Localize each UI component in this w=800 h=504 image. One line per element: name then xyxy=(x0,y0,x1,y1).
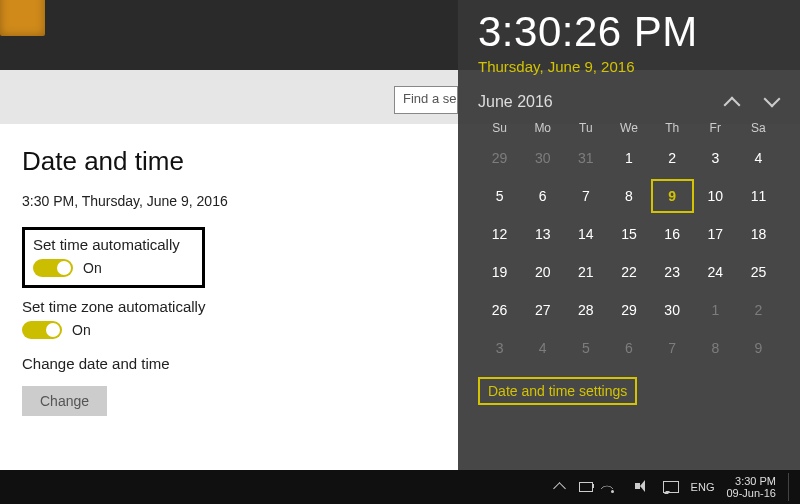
calendar-header: June 2016 xyxy=(478,93,780,111)
calendar-prev-icon[interactable] xyxy=(722,93,740,111)
clock-calendar-flyout: 3:30:26 PM Thursday, June 9, 2016 June 2… xyxy=(458,0,800,470)
auto-time-state: On xyxy=(83,260,102,276)
flyout-date: Thursday, June 9, 2016 xyxy=(478,58,780,75)
auto-tz-state: On xyxy=(72,322,91,338)
calendar-day[interactable]: 8 xyxy=(694,331,737,365)
action-center-icon[interactable] xyxy=(663,480,679,494)
calendar-grid: 2930311234567891011121314151617181920212… xyxy=(478,141,780,365)
calendar-day[interactable]: 29 xyxy=(607,293,650,327)
taskbar: ENG 3:30 PM 09-Jun-16 xyxy=(0,470,800,504)
auto-tz-toggle[interactable] xyxy=(22,321,62,339)
calendar-day[interactable]: 19 xyxy=(478,255,521,289)
calendar-day[interactable]: 27 xyxy=(521,293,564,327)
settings-panel: Date and time 3:30 PM, Thursday, June 9,… xyxy=(0,124,458,470)
calendar-day[interactable]: 13 xyxy=(521,217,564,251)
calendar-day[interactable]: 2 xyxy=(651,141,694,175)
calendar-day[interactable]: 24 xyxy=(694,255,737,289)
calendar-day[interactable]: 16 xyxy=(651,217,694,251)
calendar-day[interactable]: 18 xyxy=(737,217,780,251)
calendar-day[interactable]: 31 xyxy=(564,141,607,175)
calendar-day[interactable]: 6 xyxy=(521,179,564,213)
calendar-day[interactable]: 7 xyxy=(651,331,694,365)
calendar-day[interactable]: 30 xyxy=(521,141,564,175)
calendar-day[interactable]: 29 xyxy=(478,141,521,175)
calendar-weekday: Th xyxy=(651,121,694,135)
tray-overflow-icon[interactable] xyxy=(553,480,567,494)
taskbar-time: 3:30 PM xyxy=(726,475,776,487)
settings-heading: Date and time xyxy=(22,146,436,177)
calendar-day[interactable]: 22 xyxy=(607,255,650,289)
language-indicator[interactable]: ENG xyxy=(691,481,715,493)
show-desktop-button[interactable] xyxy=(788,473,794,501)
calendar-weekday: We xyxy=(607,121,650,135)
calendar-day[interactable]: 5 xyxy=(564,331,607,365)
calendar-weekday: Sa xyxy=(737,121,780,135)
calendar-day[interactable]: 26 xyxy=(478,293,521,327)
calendar-day[interactable]: 12 xyxy=(478,217,521,251)
calendar-day[interactable]: 17 xyxy=(694,217,737,251)
calendar-weekday: Mo xyxy=(521,121,564,135)
calendar-day[interactable]: 8 xyxy=(607,179,650,213)
calendar-day[interactable]: 4 xyxy=(737,141,780,175)
calendar-day[interactable]: 9 xyxy=(737,331,780,365)
calendar-day-today[interactable]: 9 xyxy=(651,179,694,213)
settings-search-input[interactable]: Find a se xyxy=(394,86,458,114)
calendar-day[interactable]: 6 xyxy=(607,331,650,365)
calendar-day[interactable]: 3 xyxy=(478,331,521,365)
wifi-icon[interactable] xyxy=(607,480,623,494)
calendar-day[interactable]: 10 xyxy=(694,179,737,213)
calendar-day[interactable]: 4 xyxy=(521,331,564,365)
calendar-month-label[interactable]: June 2016 xyxy=(478,93,553,111)
battery-icon[interactable] xyxy=(579,480,595,494)
calendar-day[interactable]: 30 xyxy=(651,293,694,327)
volume-icon[interactable] xyxy=(635,480,651,494)
calendar-weekday: Fr xyxy=(694,121,737,135)
calendar-day[interactable]: 5 xyxy=(478,179,521,213)
calendar-day[interactable]: 11 xyxy=(737,179,780,213)
desktop-photo-detail xyxy=(0,0,45,36)
auto-time-label: Set time automatically xyxy=(33,236,180,253)
calendar-day[interactable]: 28 xyxy=(564,293,607,327)
calendar-day[interactable]: 21 xyxy=(564,255,607,289)
calendar-day[interactable]: 15 xyxy=(607,217,650,251)
taskbar-clock[interactable]: 3:30 PM 09-Jun-16 xyxy=(726,475,776,499)
calendar-day[interactable]: 1 xyxy=(694,293,737,327)
calendar-next-icon[interactable] xyxy=(762,93,780,111)
taskbar-date: 09-Jun-16 xyxy=(726,487,776,499)
calendar-day[interactable]: 23 xyxy=(651,255,694,289)
auto-tz-label: Set time zone automatically xyxy=(22,298,436,315)
calendar-day[interactable]: 1 xyxy=(607,141,650,175)
highlight-box-auto-time: Set time automatically On xyxy=(22,227,205,288)
calendar-day[interactable]: 7 xyxy=(564,179,607,213)
current-datetime-text: 3:30 PM, Thursday, June 9, 2016 xyxy=(22,193,436,209)
flyout-time: 3:30:26 PM xyxy=(478,8,780,56)
calendar-weekday: Tu xyxy=(564,121,607,135)
change-dt-label: Change date and time xyxy=(22,355,436,372)
date-time-settings-link[interactable]: Date and time settings xyxy=(478,377,637,405)
calendar-weekday: Su xyxy=(478,121,521,135)
calendar-day[interactable]: 2 xyxy=(737,293,780,327)
change-button[interactable]: Change xyxy=(22,386,107,416)
calendar-weekday-row: SuMoTuWeThFrSa xyxy=(478,121,780,135)
auto-time-toggle[interactable] xyxy=(33,259,73,277)
calendar-day[interactable]: 25 xyxy=(737,255,780,289)
calendar-day[interactable]: 20 xyxy=(521,255,564,289)
calendar-day[interactable]: 3 xyxy=(694,141,737,175)
calendar-day[interactable]: 14 xyxy=(564,217,607,251)
